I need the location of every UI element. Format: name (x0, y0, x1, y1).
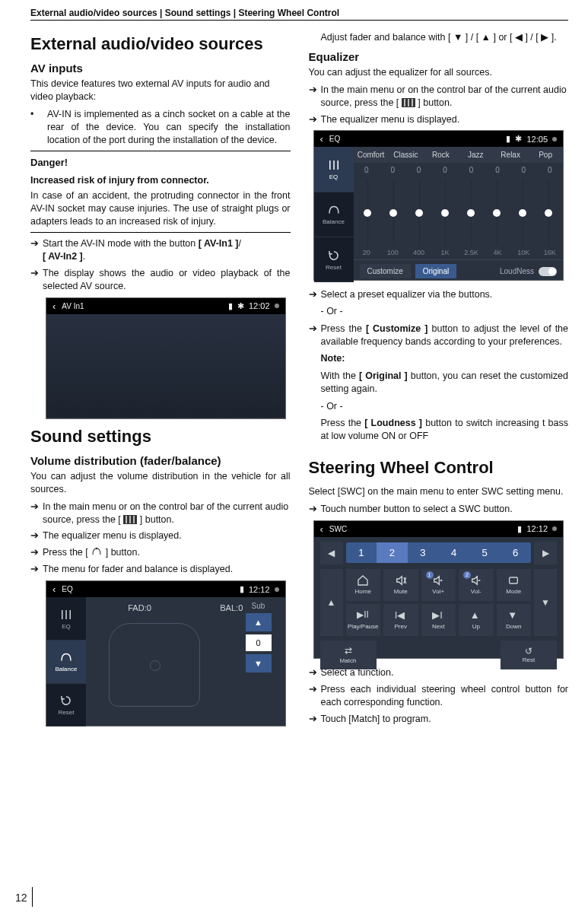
balance-tab-button[interactable]: Balance (46, 641, 86, 684)
eq-freq-label: 4K (485, 246, 510, 259)
bullet-dot: • (30, 108, 47, 147)
bt-icon: ✱ (515, 134, 522, 144)
eq-tab-button[interactable]: EQ (314, 147, 354, 192)
original-button[interactable]: Original (415, 264, 456, 278)
preset-button[interactable]: Jazz (458, 147, 493, 163)
loudness-label: LoudNess (500, 267, 534, 275)
back-icon[interactable]: ‹ (52, 300, 56, 312)
sub-label: Sub (238, 602, 279, 610)
vol-intro: You can adjust the volume distribution i… (30, 470, 291, 496)
eq-select-preset: Select a preset equalizer via the button… (321, 288, 569, 301)
scroll-up-button[interactable]: ▲ (320, 569, 343, 636)
arrow-icon: ➔ (309, 666, 321, 679)
swc-func-up[interactable]: ▲Up (459, 604, 494, 636)
av-intro: This device features two external AV inp… (30, 78, 291, 103)
eq-sliders-icon (402, 98, 415, 107)
reset-tab-button[interactable]: Reset (46, 684, 86, 727)
preset-button[interactable]: Comfort (354, 147, 389, 163)
customize-button[interactable]: Customize (360, 264, 411, 278)
page-number: 12 (15, 892, 27, 904)
swc-func-voldown[interactable]: 2Vol- (459, 569, 494, 601)
eq-slider[interactable] (537, 180, 560, 246)
sub-up-button[interactable]: ▲ (246, 613, 272, 631)
back-icon[interactable]: ‹ (320, 523, 323, 535)
back-icon[interactable]: ‹ (320, 133, 323, 145)
h1-sound: Sound settings (30, 427, 291, 447)
battery-icon: ▮ (240, 584, 244, 594)
status-bar: ▮ 12:12 (240, 584, 279, 594)
swc-bullet4: Touch [Match] to program. (321, 713, 569, 726)
eq-bullet1: In the main menu or on the control bar o… (321, 84, 569, 110)
eq-tab-button[interactable]: EQ (46, 597, 86, 641)
eq-freq-label: 2.5K (458, 246, 484, 259)
next-page-button[interactable]: ▶ (534, 542, 557, 564)
or-text: - Or - (309, 305, 569, 318)
arrow-icon: ➔ (30, 529, 43, 542)
swc-bullet3: Press each individual steering wheel con… (321, 683, 569, 709)
swc-func-mute[interactable]: Mute (383, 569, 418, 601)
swc-func-playpause[interactable]: ▶IIPlay/Pause (346, 604, 381, 636)
swc-number-button[interactable]: 6 (500, 542, 531, 563)
preset-button[interactable]: Rock (423, 147, 458, 163)
swc-screenshot: ‹ SWC ▮ 12:12 ◀ 1 2 3 4 (313, 520, 564, 659)
balance-tab-button[interactable]: Balance (314, 192, 354, 237)
swc-func-volup[interactable]: 1Vol+ (421, 569, 456, 601)
eq-sliders-icon (123, 515, 137, 524)
arrow-icon: ➔ (309, 84, 321, 110)
loudness-text: Press the [ Loudness ] button to switch … (309, 417, 569, 443)
swc-func-next[interactable]: ▶INext (421, 604, 456, 636)
swc-number-button[interactable]: 4 (438, 542, 469, 563)
eq-band-value: 0 (485, 163, 510, 177)
eq-screen-title: EQ (329, 135, 340, 143)
eq-slider[interactable] (459, 180, 482, 246)
preset-button[interactable]: Relax (493, 147, 528, 163)
status-bar: ▮ ✱ 12:02 (228, 301, 279, 311)
av-step1: Start the AV-IN mode with the button [ A… (43, 237, 291, 263)
or-text: - Or - (309, 400, 569, 413)
eq-slider[interactable] (485, 180, 508, 246)
status-bar: ▮ ✱ 12:05 (506, 134, 557, 144)
eq-slider[interactable] (434, 180, 456, 246)
vol-bullet4: The menu for fader and balance is displa… (43, 563, 291, 576)
arrow-icon: ➔ (30, 237, 43, 263)
swc-func-home[interactable]: Home (346, 569, 381, 601)
scroll-down-button[interactable]: ▼ (534, 569, 557, 636)
sub-down-button[interactable]: ▼ (246, 654, 272, 672)
danger-heading: Danger! (30, 156, 291, 170)
swc-func-prev[interactable]: I◀Prev (383, 604, 418, 636)
swc-number-button[interactable]: 3 (408, 542, 439, 563)
loudness-toggle[interactable] (539, 267, 557, 276)
sub-value: 0 (246, 634, 272, 651)
car-balance-graphic[interactable] (109, 623, 200, 707)
rest-button[interactable]: ↺Rest (501, 641, 557, 669)
reset-tab-button[interactable]: Reset (314, 237, 354, 282)
vol-bullet3: Press the [ ] button. (43, 546, 291, 559)
eq-freq-label: 1K (432, 246, 458, 259)
eq-slider[interactable] (408, 180, 431, 246)
eq-intro: You can adjust the equalizer for all sou… (309, 66, 569, 79)
eq-slider[interactable] (511, 180, 534, 246)
eq-slider[interactable] (382, 180, 405, 246)
preset-button[interactable]: Pop (528, 147, 563, 163)
h1-swc: Steering Wheel Control (309, 458, 569, 478)
swc-func-down[interactable]: ▼Down (497, 604, 532, 636)
eq-band-value: 0 (510, 163, 536, 177)
page-header: External audio/video sources | Sound set… (30, 8, 568, 21)
back-icon[interactable]: ‹ (52, 583, 56, 595)
battery-icon: ▮ (517, 524, 522, 534)
match-button[interactable]: ⇄Match (320, 641, 377, 669)
eq-slider[interactable] (357, 180, 380, 246)
preset-button[interactable]: Classic (388, 147, 423, 163)
swc-number-button[interactable]: 5 (469, 542, 501, 563)
danger-sub: Increased risk of injury from connector. (30, 174, 291, 187)
swc-func-mode[interactable]: Mode (497, 569, 532, 601)
svg-rect-1 (510, 577, 518, 583)
swc-number-button[interactable]: 2 (377, 542, 408, 563)
eq-band-value: 0 (432, 163, 458, 177)
vol-bullet1: In the main menu or on the control bar o… (43, 501, 291, 526)
prev-page-button[interactable]: ◀ (320, 542, 343, 564)
danger-body: In case of an accident, the protruding c… (30, 189, 291, 228)
eq-customize-text: Press the [ Customize ] button to adjust… (321, 323, 569, 348)
swc-bullet1: Touch number button to select a SWC butt… (321, 503, 569, 516)
swc-number-button[interactable]: 1 (346, 542, 377, 563)
